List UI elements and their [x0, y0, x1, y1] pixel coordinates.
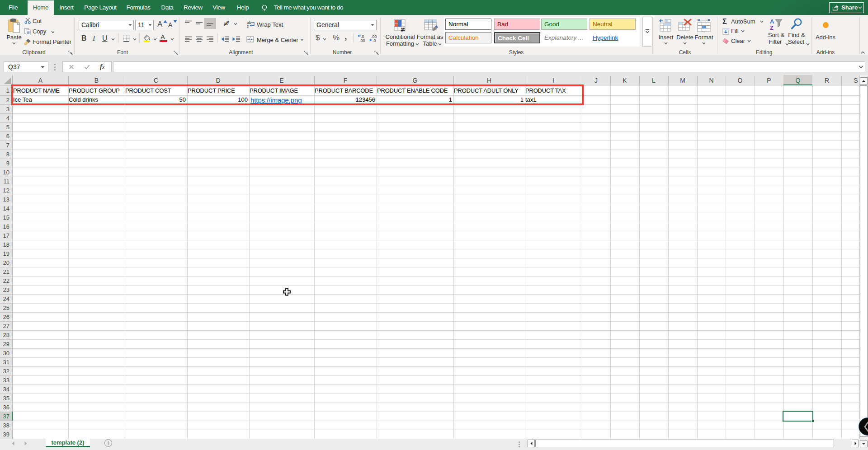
svg-text:Z: Z — [770, 24, 774, 30]
svg-text:.00: .00 — [359, 38, 365, 42]
svg-text:≠: ≠ — [401, 26, 405, 33]
svg-text:A: A — [770, 19, 774, 25]
svg-text:ab: ab — [224, 21, 228, 26]
svg-text:.0: .0 — [373, 38, 376, 42]
